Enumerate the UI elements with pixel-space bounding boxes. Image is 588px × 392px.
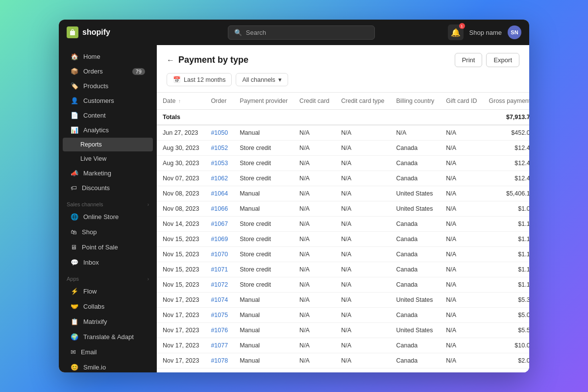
notifications-button[interactable]: 🔔 1	[448, 24, 464, 40]
order-link[interactable]: #1076	[211, 327, 228, 334]
sidebar-item-flow[interactable]: ⚡ Flow	[63, 284, 153, 298]
cell-order[interactable]: #1079	[205, 368, 234, 373]
col-provider[interactable]: Payment provider	[234, 93, 294, 110]
sidebar-collabs-label: Collabs	[83, 303, 104, 310]
cell-credit-card: N/A	[294, 277, 335, 293]
back-button[interactable]: ←	[167, 56, 174, 65]
cell-order[interactable]: #1066	[205, 201, 234, 217]
order-link[interactable]: #1071	[211, 266, 228, 273]
table-row: Aug 30, 2023 #1052 Store credit N/A N/A …	[157, 141, 529, 156]
order-link[interactable]: #1075	[211, 312, 228, 318]
search-box[interactable]: 🔍 Search	[228, 25, 375, 40]
cell-order[interactable]: #1064	[205, 186, 234, 201]
cell-gift-card: N/A	[440, 141, 483, 156]
topbar-brand: shopify	[82, 28, 110, 37]
cell-provider: Manual	[234, 338, 294, 353]
sidebar-marketing-label: Marketing	[83, 170, 111, 177]
sidebar-item-collabs[interactable]: 🤝 Collabs	[63, 299, 153, 314]
order-link[interactable]: #1072	[211, 281, 228, 288]
order-link[interactable]: #1077	[211, 342, 228, 349]
sidebar-item-inbox[interactable]: 💬 Inbox	[63, 255, 153, 270]
sidebar-item-analytics[interactable]: 📊 Analytics	[63, 123, 153, 137]
cell-order[interactable]: #1053	[205, 156, 234, 171]
col-gift-card[interactable]: Gift card ID	[440, 93, 483, 110]
cell-order[interactable]: #1078	[205, 353, 234, 368]
cell-order[interactable]: #1062	[205, 171, 234, 186]
sidebar-item-content[interactable]: 📄 Content	[63, 108, 153, 122]
table-row: Nov 15, 2023 #1070 Store credit N/A N/A …	[157, 247, 529, 262]
cell-date: Aug 30, 2023	[157, 156, 205, 171]
col-gross[interactable]: Gross payments	[483, 93, 529, 110]
sidebar-item-smile[interactable]: 😊 Smile.io	[63, 360, 153, 372]
table-row: Nov 17, 2023 #1075 Manual N/A N/A Canada…	[157, 308, 529, 323]
order-link[interactable]: #1053	[211, 160, 228, 167]
channel-filter[interactable]: All channels ▾	[236, 73, 288, 86]
sidebar-item-home[interactable]: 🏠 Home	[63, 49, 153, 64]
sidebar-item-products[interactable]: 🏷️ Products	[63, 79, 153, 93]
notif-badge: 1	[459, 23, 465, 29]
cell-order[interactable]: #1075	[205, 308, 234, 323]
sidebar-item-marketing[interactable]: 📣 Marketing	[63, 166, 153, 180]
sidebar-item-reports[interactable]: Reports	[63, 138, 153, 151]
cell-gross: $452.00	[483, 125, 529, 141]
cell-order[interactable]: #1076	[205, 323, 234, 338]
col-date[interactable]: Date ↑	[157, 93, 205, 110]
page-title-left: ← Payment by type	[167, 55, 248, 65]
order-link[interactable]: #1078	[211, 357, 228, 364]
order-link[interactable]: #1064	[211, 190, 228, 197]
order-link[interactable]: #1069	[211, 236, 228, 243]
sales-channels-expand[interactable]: ›	[147, 202, 149, 207]
cell-provider: Manual	[234, 125, 294, 141]
date-filter[interactable]: 📅 Last 12 months	[167, 73, 232, 86]
cell-provider: Store credit	[234, 171, 294, 186]
inbox-icon: 💬	[71, 259, 78, 266]
cell-order[interactable]: #1069	[205, 232, 234, 247]
order-link[interactable]: #1066	[211, 205, 228, 212]
cell-cc-type: N/A	[335, 171, 390, 186]
print-button[interactable]: Print	[455, 53, 483, 67]
cell-order[interactable]: #1071	[205, 262, 234, 277]
order-link[interactable]: #1070	[211, 251, 228, 258]
online-store-icon: 🌐	[71, 213, 78, 220]
sidebar-customers-label: Customers	[83, 97, 114, 104]
cell-gross: $1.13	[483, 217, 529, 232]
sidebar-item-matrixify[interactable]: 📋 Matrixify	[63, 315, 153, 329]
sidebar-item-email[interactable]: ✉ Email	[63, 345, 153, 359]
cell-provider: Store credit	[234, 232, 294, 247]
cell-order[interactable]: #1074	[205, 293, 234, 308]
content-icon: 📄	[71, 112, 78, 119]
export-button[interactable]: Export	[486, 53, 519, 67]
order-link[interactable]: #1074	[211, 296, 228, 303]
col-cc-type[interactable]: Credit card type	[335, 93, 390, 110]
cell-order[interactable]: #1077	[205, 338, 234, 353]
cell-order[interactable]: #1072	[205, 277, 234, 293]
filters-row: 📅 Last 12 months All channels ▾	[167, 73, 519, 92]
cell-gross: $1.13	[483, 232, 529, 247]
sidebar-item-shop[interactable]: 🛍 Shop	[63, 225, 153, 239]
apps-expand[interactable]: ›	[147, 276, 149, 282]
cell-country: United States	[390, 293, 440, 308]
cell-gross: $2.00	[483, 353, 529, 368]
sidebar-item-live-view[interactable]: Live View	[63, 152, 153, 166]
sidebar-item-orders[interactable]: 📦 Orders 79	[63, 64, 153, 78]
cell-order[interactable]: #1052	[205, 141, 234, 156]
col-country[interactable]: Billing country	[390, 93, 440, 110]
order-link[interactable]: #1067	[211, 220, 228, 227]
sidebar-item-translate-adapt[interactable]: 🌍 Translate & Adapt	[63, 330, 153, 344]
order-link[interactable]: #1052	[211, 145, 228, 151]
col-credit-card[interactable]: Credit card	[294, 93, 335, 110]
sidebar-item-customers[interactable]: 👤 Customers	[63, 94, 153, 108]
cell-order[interactable]: #1070	[205, 247, 234, 262]
collabs-icon: 🤝	[71, 303, 78, 310]
sidebar-item-discounts[interactable]: 🏷 Discounts	[63, 181, 153, 195]
avatar: SN	[508, 25, 521, 39]
order-link[interactable]: #1062	[211, 175, 228, 182]
cell-order[interactable]: #1067	[205, 217, 234, 232]
order-link[interactable]: #1050	[211, 129, 228, 136]
cell-country: Canada	[390, 217, 440, 232]
sidebar-item-online-store[interactable]: 🌐 Online Store	[63, 210, 153, 224]
cell-order[interactable]: #1050	[205, 125, 234, 141]
table-row: Nov 15, 2023 #1069 Store credit N/A N/A …	[157, 232, 529, 247]
col-order[interactable]: Order	[205, 93, 234, 110]
sidebar-item-point-of-sale[interactable]: 🖥 Point of Sale	[63, 240, 153, 254]
